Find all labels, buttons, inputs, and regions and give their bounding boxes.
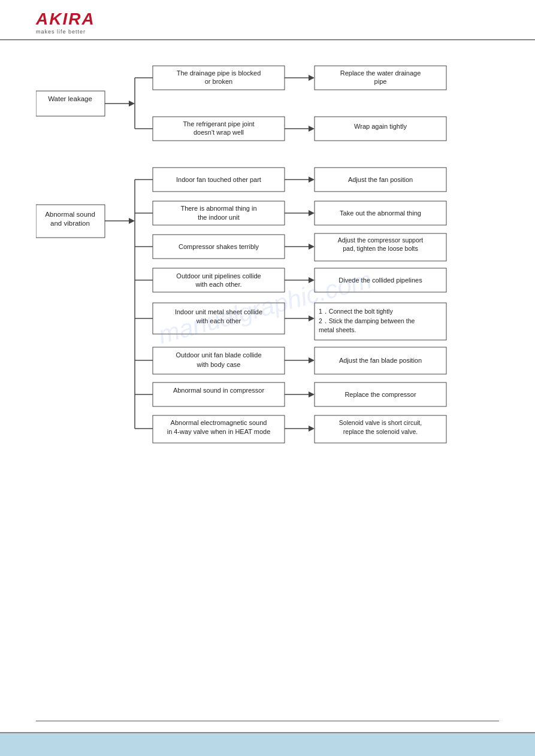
flowchart-diagram: Water leakage The drainage pipe is block… [36, 58, 499, 549]
svg-text:1．Connect the bolt tightly: 1．Connect the bolt tightly [319, 308, 393, 315]
svg-text:or broken: or broken [205, 78, 232, 85]
svg-text:Outdoor unit fan blade collide: Outdoor unit fan blade collide [176, 351, 261, 359]
svg-text:the indoor unit: the indoor unit [198, 214, 240, 221]
svg-text:There is abnormal thing in: There is abnormal thing in [180, 205, 256, 212]
svg-text:Take out the abnormal thing: Take out the abnormal thing [340, 210, 421, 217]
svg-marker-80 [309, 391, 315, 397]
svg-text:Abnormal electromagnetic sound: Abnormal electromagnetic sound [171, 419, 267, 426]
svg-rect-77 [153, 382, 285, 406]
header: AKIRA makes life better [0, 0, 535, 40]
svg-text:Replace the water drainage: Replace the water drainage [340, 69, 421, 77]
logo-text: AKIRA [36, 11, 95, 28]
svg-marker-2 [129, 101, 135, 107]
svg-marker-73 [309, 357, 315, 363]
svg-text:Solenoid valve is short circui: Solenoid valve is short circuit, [339, 419, 422, 426]
svg-text:with body case: with body case [197, 361, 241, 368]
svg-text:Compressor shakes terribly: Compressor shakes terribly [179, 243, 259, 250]
svg-text:Abnormal sound: Abnormal sound [45, 211, 95, 218]
svg-text:in 4-way valve when in HEAT mo: in 4-way valve when in HEAT mode [167, 428, 271, 435]
svg-text:The drainage pipe is blocked: The drainage pipe is blocked [177, 69, 261, 77]
footer-bar [0, 732, 535, 756]
svg-text:Indoor fan touched other part: Indoor fan touched other part [176, 176, 261, 183]
svg-marker-88 [309, 426, 315, 432]
svg-text:2．Stick the damping between th: 2．Stick the damping between the [319, 317, 415, 324]
problem-water-leakage: Water leakage [48, 95, 92, 102]
svg-text:pad, tighten the loose bolts: pad, tighten the loose bolts [343, 245, 418, 252]
main-content: Water leakage The drainage pipe is block… [0, 40, 535, 573]
svg-text:metal sheets.: metal sheets. [319, 326, 356, 333]
svg-text:The refrigerant pipe joint: The refrigerant pipe joint [183, 120, 254, 127]
footer-separator-line [36, 721, 499, 722]
svg-marker-9 [309, 75, 315, 81]
svg-rect-51 [153, 268, 285, 292]
svg-marker-46 [309, 244, 315, 250]
svg-text:Adjust the compressor support: Adjust the compressor support [338, 236, 423, 244]
svg-text:Abnormal sound in compressor: Abnormal sound in compressor [173, 387, 265, 394]
svg-text:Outdoor unit pipelines collide: Outdoor unit pipelines collide [176, 272, 261, 280]
svg-text:Adjust the fan position: Adjust the fan position [348, 176, 413, 183]
svg-text:doesn't wrap well: doesn't wrap well [194, 129, 244, 136]
svg-marker-39 [309, 210, 315, 216]
svg-text:Replace the compressor: Replace the compressor [344, 391, 416, 398]
svg-text:Wrap again tightly: Wrap again tightly [354, 123, 407, 130]
svg-text:and vibration: and vibration [50, 220, 90, 227]
svg-marker-63 [309, 315, 315, 321]
svg-marker-31 [309, 177, 315, 183]
svg-marker-18 [309, 126, 315, 132]
svg-text:replace the solenoid valve.: replace the solenoid valve. [343, 428, 418, 435]
logo-tagline: makes life better [36, 29, 86, 35]
svg-text:pipe: pipe [374, 78, 387, 85]
logo: AKIRA makes life better [36, 11, 499, 35]
svg-text:with each other.: with each other. [195, 281, 241, 288]
svg-text:Adjust the fan blade position: Adjust the fan blade position [339, 357, 422, 364]
svg-marker-25 [129, 218, 135, 224]
